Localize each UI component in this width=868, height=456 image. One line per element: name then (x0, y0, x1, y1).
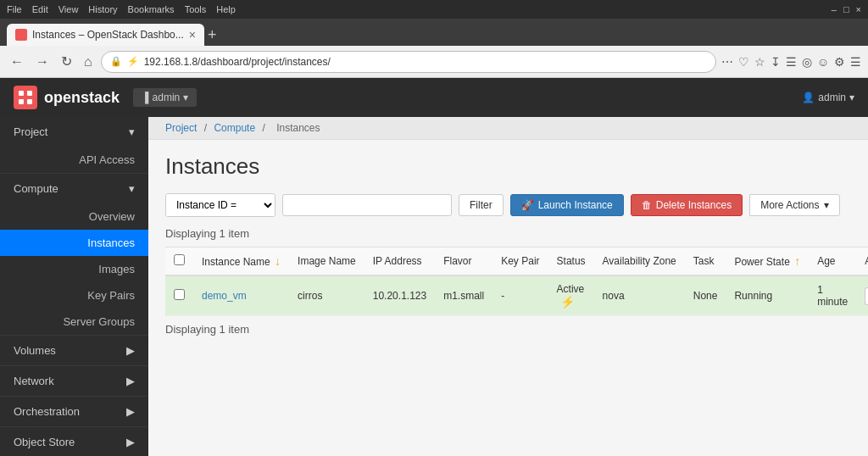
action-btn-group: Create Snapshot ▾ (865, 287, 868, 305)
sidebar-object-store-caret: ▶ (126, 436, 135, 448)
delete-icon: 🗑 (642, 199, 652, 211)
header-right: 👤 admin ▾ (802, 92, 854, 103)
launch-instance-btn[interactable]: 🚀 Launch Instance (510, 194, 624, 216)
user-caret-icon: ▾ (849, 92, 854, 103)
th-power-state[interactable]: Power State ↑ (726, 247, 809, 276)
home-btn[interactable]: ⌂ (81, 51, 96, 73)
sidebar-network-header[interactable]: Network ▶ (0, 365, 148, 396)
sidebar-orchestration-header[interactable]: Orchestration ▶ (0, 396, 148, 426)
admin-label: admin (153, 92, 181, 103)
browser-tabbar: Instances – OpenStack Dashbo... × + (0, 19, 868, 46)
toolbar-reader-icon[interactable]: ☰ (786, 55, 797, 69)
sidebar-volumes-header[interactable]: Volumes ▶ (0, 335, 148, 365)
tab-close-btn[interactable]: × (189, 28, 196, 42)
row-image-name: cirros (289, 275, 364, 316)
menu-history[interactable]: History (88, 4, 117, 14)
th-availability-zone: Availability Zone (594, 247, 685, 276)
select-all-checkbox[interactable] (174, 254, 185, 265)
menu-bookmarks[interactable]: Bookmarks (128, 4, 175, 14)
filter-select-dropdown[interactable]: Instance ID = Instance Name = (166, 194, 275, 216)
row-task: None (685, 275, 726, 316)
menu-file[interactable]: File (7, 4, 22, 14)
sidebar-object-store-header[interactable]: Object Store ▶ (0, 426, 148, 456)
sidebar-item-instances[interactable]: Instances (0, 230, 148, 256)
row-checkbox[interactable] (174, 289, 185, 300)
filter-input[interactable] (282, 194, 452, 216)
sidebar-volumes-caret: ▶ (126, 344, 135, 357)
toolbar-sync-icon[interactable]: ◎ (802, 55, 812, 69)
row-instance-name: demo_vm (193, 275, 289, 316)
sidebar-project-header[interactable]: Project ▾ (0, 117, 148, 147)
breadcrumb-sep2: / (262, 122, 264, 134)
admin-menu-btn[interactable]: ▐ admin ▾ (133, 88, 197, 107)
openstack-logo: openstack (14, 86, 120, 109)
main-layout: Project ▾ API Access Compute ▾ Overview … (0, 117, 868, 456)
sidebar-item-overview[interactable]: Overview (0, 203, 148, 230)
ssl-icon: ⚡ (127, 56, 139, 67)
toolbar-more-icon[interactable]: ⋯ (721, 55, 733, 69)
sidebar-item-api-access[interactable]: API Access (0, 147, 148, 173)
breadcrumb-compute[interactable]: Compute (214, 122, 255, 134)
th-actions: Actions (856, 247, 868, 276)
forward-btn[interactable]: → (32, 51, 53, 73)
minimize-btn[interactable]: – (832, 4, 837, 14)
menu-edit[interactable]: Edit (32, 4, 48, 14)
url-text: 192.168.1.8/dashboard/project/instances/ (144, 56, 331, 68)
menu-view[interactable]: View (58, 4, 79, 14)
sidebar-project-section: Project ▾ API Access Compute ▾ Overview … (0, 117, 148, 456)
display-count-bottom: Displaying 1 item (165, 323, 851, 336)
sidebar-orchestration-caret: ▶ (126, 405, 135, 418)
sidebar-compute-header[interactable]: Compute ▾ (0, 173, 148, 203)
instance-name-link[interactable]: demo_vm (202, 290, 247, 302)
th-key-pair: Key Pair (492, 247, 548, 276)
menu-help[interactable]: Help (216, 4, 236, 14)
new-tab-btn[interactable]: + (208, 24, 217, 46)
toolbar-menu-icon[interactable]: ☰ (850, 55, 861, 69)
create-snapshot-btn[interactable]: Create Snapshot (865, 287, 868, 305)
active-tab[interactable]: Instances – OpenStack Dashbo... × (7, 24, 204, 46)
toolbar-profile-icon[interactable]: ☺ (817, 55, 829, 69)
user-menu-btn[interactable]: 👤 admin ▾ (802, 92, 854, 103)
row-checkbox-cell (165, 275, 193, 316)
sidebar-item-key-pairs[interactable]: Key Pairs (0, 282, 148, 309)
toolbar-extensions-icon[interactable]: ⚙ (834, 55, 845, 69)
row-actions: Create Snapshot ▾ (856, 275, 868, 316)
th-instance-name[interactable]: Instance Name ↓ (193, 247, 289, 276)
th-task: Task (685, 247, 726, 276)
toolbar-download-icon[interactable]: ↧ (771, 55, 781, 69)
status-icon: ⚡ (560, 295, 575, 309)
toolbar-bookmark-icon[interactable]: ♡ (738, 55, 749, 69)
maximize-btn[interactable]: □ (843, 4, 849, 14)
svg-rect-2 (19, 99, 24, 104)
th-flavor: Flavor (435, 247, 492, 276)
toolbar-star-icon[interactable]: ☆ (754, 55, 765, 69)
sidebar-project-label: Project (14, 125, 47, 138)
tab-favicon (15, 29, 27, 41)
sidebar-project-caret: ▾ (129, 125, 135, 138)
svg-rect-1 (27, 91, 32, 96)
back-btn[interactable]: ← (7, 51, 27, 73)
more-actions-btn[interactable]: More Actions ▾ (749, 194, 839, 216)
window-controls: – □ × (832, 4, 861, 14)
browser-menu: File Edit View History Bookmarks Tools H… (7, 4, 236, 14)
breadcrumb: Project / Compute / Instances (148, 117, 868, 140)
close-btn[interactable]: × (856, 4, 861, 14)
delete-instances-btn[interactable]: 🗑 Delete Instances (631, 194, 743, 216)
breadcrumb-project[interactable]: Project (165, 122, 197, 134)
menu-tools[interactable]: Tools (185, 4, 207, 14)
table-header-row: Instance Name ↓ Image Name IP Address Fl… (165, 247, 868, 276)
svg-rect-0 (19, 91, 24, 96)
filter-select-container[interactable]: Instance ID = Instance Name = (165, 193, 275, 217)
row-flavor: m1.small (435, 275, 492, 316)
browser-titlebar: File Edit View History Bookmarks Tools H… (0, 0, 868, 19)
th-image-name: Image Name (289, 247, 364, 276)
address-bar[interactable]: 🔒 ⚡ 192.168.1.8/dashboard/project/instan… (101, 51, 716, 73)
sidebar-item-images[interactable]: Images (0, 256, 148, 282)
filter-btn[interactable]: Filter (459, 194, 504, 216)
sidebar-item-server-groups[interactable]: Server Groups (0, 309, 148, 335)
sidebar-network-caret: ▶ (126, 375, 135, 387)
page-title: Instances (165, 153, 851, 180)
reload-btn[interactable]: ↻ (58, 50, 75, 73)
content-area: Project / Compute / Instances Instances … (148, 117, 868, 456)
row-ip-address: 10.20.1.123 (364, 275, 435, 316)
